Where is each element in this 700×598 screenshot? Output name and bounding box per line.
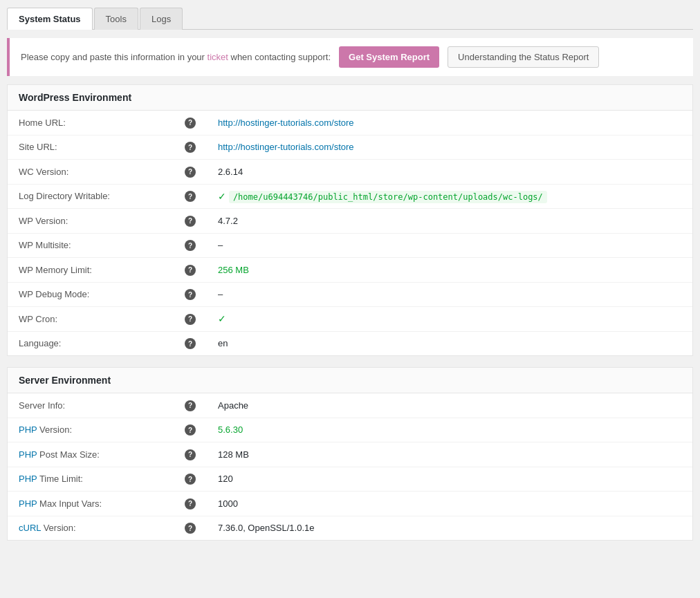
row-value: 120 (207, 467, 692, 492)
help-icon[interactable]: ? (185, 474, 196, 485)
curl-link[interactable]: cURL (19, 523, 41, 533)
row-label: PHP Max Input Vars: (8, 492, 174, 516)
wordpress-table: Home URL:?http://hostinger-tutorials.com… (8, 111, 692, 355)
help-cell: ? (174, 282, 207, 307)
get-system-report-button[interactable]: Get System Report (339, 46, 439, 68)
notice-text: Please copy and paste this information i… (21, 52, 331, 62)
row-label: WP Multisite: (8, 233, 174, 258)
help-cell: ? (174, 331, 207, 355)
table-row: PHP Max Input Vars:?1000 (8, 492, 692, 516)
table-row: WP Cron:?✓ (8, 307, 692, 332)
server-environment-section: Server Environment Server Info:?ApachePH… (7, 367, 693, 541)
help-cell: ? (174, 258, 207, 283)
help-cell: ? (174, 393, 207, 418)
table-row: Home URL:?http://hostinger-tutorials.com… (8, 111, 692, 135)
check-icon: ✓ (218, 313, 226, 324)
understanding-status-report-button[interactable]: Understanding the Status Report (448, 46, 599, 68)
table-row: WP Version:?4.7.2 (8, 209, 692, 234)
php-link[interactable]: PHP (19, 498, 37, 509)
help-icon[interactable]: ? (185, 265, 196, 276)
help-icon[interactable]: ? (185, 191, 196, 202)
table-row: PHP Time Limit:?120 (8, 467, 692, 492)
help-cell: ? (174, 492, 207, 516)
row-value: http://hostinger-tutorials.com/store (207, 111, 692, 135)
row-label: Home URL: (8, 111, 174, 135)
row-value: 5.6.30 (207, 418, 692, 442)
row-value: en (207, 331, 692, 355)
help-icon[interactable]: ? (185, 167, 196, 178)
help-cell: ? (174, 233, 207, 258)
row-label: WP Version: (8, 209, 174, 234)
help-icon[interactable]: ? (185, 449, 196, 460)
server-section-title: Server Environment (8, 368, 692, 393)
help-cell: ? (174, 307, 207, 332)
help-icon[interactable]: ? (185, 424, 196, 436)
row-value: 2.6.14 (207, 160, 692, 185)
table-row: Language:?en (8, 331, 692, 355)
row-label: WP Cron: (8, 307, 174, 332)
tab-tools[interactable]: Tools (94, 8, 138, 30)
help-icon[interactable]: ? (185, 118, 196, 129)
value-link[interactable]: http://hostinger-tutorials.com/store (218, 118, 354, 128)
row-label: WP Memory Limit: (8, 258, 174, 283)
table-row: Server Info:?Apache (8, 393, 692, 418)
row-value: 256 MB (207, 258, 692, 283)
help-icon[interactable]: ? (185, 240, 196, 251)
ticket-link[interactable]: ticket (208, 52, 228, 62)
help-icon[interactable]: ? (185, 523, 196, 534)
help-icon[interactable]: ? (185, 498, 196, 510)
row-label: PHP Post Max Size: (8, 442, 174, 467)
wordpress-environment-section: WordPress Environment Home URL:?http://h… (7, 84, 693, 356)
server-table: Server Info:?ApachePHP Version:?5.6.30PH… (8, 393, 692, 540)
help-icon[interactable]: ? (185, 314, 196, 325)
row-label: PHP Time Limit: (8, 467, 174, 492)
php-link[interactable]: PHP (19, 474, 37, 484)
php-link[interactable]: PHP (19, 449, 37, 460)
help-cell: ? (174, 516, 207, 540)
row-value: 128 MB (207, 442, 692, 467)
table-row: PHP Version:?5.6.30 (8, 418, 692, 442)
help-cell: ? (174, 467, 207, 492)
tab-logs[interactable]: Logs (140, 8, 183, 30)
help-cell: ? (174, 135, 207, 160)
check-icon: ✓ (218, 191, 229, 202)
row-label: WP Debug Mode: (8, 282, 174, 307)
help-icon[interactable]: ? (185, 338, 196, 349)
value-link[interactable]: http://hostinger-tutorials.com/store (218, 142, 354, 152)
table-row: WC Version:?2.6.14 (8, 160, 692, 185)
table-row: PHP Post Max Size:?128 MB (8, 442, 692, 467)
tab-system-status[interactable]: System Status (7, 8, 93, 30)
row-value: Apache (207, 393, 692, 418)
table-row: WP Memory Limit:?256 MB (8, 258, 692, 283)
help-cell: ? (174, 160, 207, 185)
help-cell: ? (174, 209, 207, 234)
row-value: – (207, 233, 692, 258)
help-cell: ? (174, 184, 207, 209)
php-link[interactable]: PHP (19, 424, 37, 435)
table-row: Log Directory Writable:?✓ /home/u6944437… (8, 184, 692, 209)
help-icon[interactable]: ? (185, 216, 196, 227)
row-label: WC Version: (8, 160, 174, 185)
table-row: WP Multisite:?– (8, 233, 692, 258)
row-label: PHP Version: (8, 418, 174, 442)
help-icon[interactable]: ? (185, 142, 196, 153)
info-notice: Please copy and paste this information i… (7, 38, 693, 76)
help-icon[interactable]: ? (185, 400, 196, 411)
row-label: cURL Version: (8, 516, 174, 540)
row-value: http://hostinger-tutorials.com/store (207, 135, 692, 160)
help-cell: ? (174, 442, 207, 467)
wordpress-section-title: WordPress Environment (8, 85, 692, 111)
table-row: WP Debug Mode:?– (8, 282, 692, 307)
row-value: 7.36.0, OpenSSL/1.0.1e (207, 516, 692, 540)
row-label: Server Info: (8, 393, 174, 418)
row-value: ✓ /home/u694443746/public_html/store/wp-… (207, 184, 692, 209)
row-value: – (207, 282, 692, 307)
help-icon[interactable]: ? (185, 289, 196, 300)
row-value: ✓ (207, 307, 692, 332)
path-value: /home/u694443746/public_html/store/wp-co… (229, 191, 547, 203)
page-wrap: System Status Tools Logs Please copy and… (0, 0, 700, 559)
row-label: Language: (8, 331, 174, 355)
row-label: Site URL: (8, 135, 174, 160)
help-cell: ? (174, 111, 207, 135)
row-value: 4.7.2 (207, 209, 692, 234)
